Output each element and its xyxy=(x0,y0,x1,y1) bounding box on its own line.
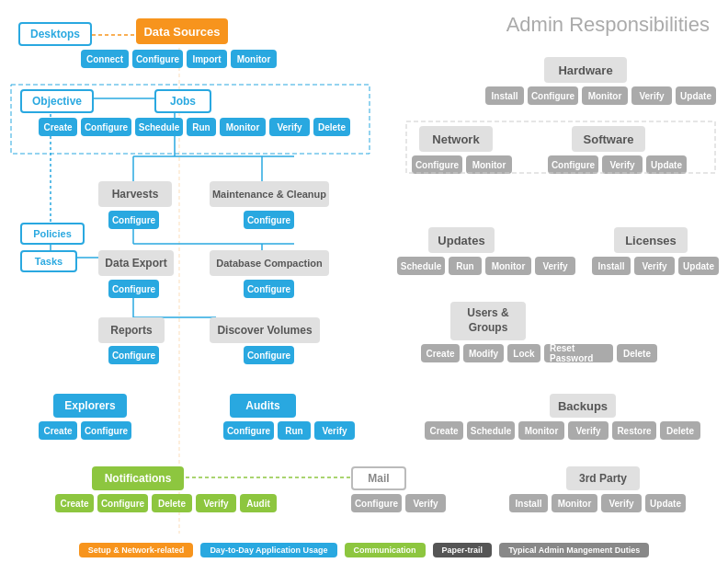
harvests-box: Harvests xyxy=(98,181,172,207)
btn-run-job[interactable]: Run xyxy=(187,118,216,136)
jobs-box: Jobs xyxy=(154,89,211,113)
tasks-box: Tasks xyxy=(20,250,77,272)
legend-gray: Typical Admin Mangement Duties xyxy=(499,543,649,557)
btn-monitor-hw[interactable]: Monitor xyxy=(582,86,628,105)
btn-monitor-upd[interactable]: Monitor xyxy=(485,257,531,275)
btn-restore-bk[interactable]: Restore xyxy=(612,421,656,440)
btn-monitor-job[interactable]: Monitor xyxy=(220,118,266,136)
btn-create-explorer[interactable]: Create xyxy=(39,421,77,440)
btn-configure-maintenance[interactable]: Configure xyxy=(244,211,294,229)
btn-configure-net[interactable]: Configure xyxy=(412,155,462,174)
btn-install-3p[interactable]: Install xyxy=(509,494,548,512)
btn-reset-pw-ug[interactable]: Reset Password xyxy=(544,344,613,362)
btn-import[interactable]: Import xyxy=(187,50,227,68)
legend-orange: Setup & Network-related xyxy=(79,543,194,557)
btn-configure-ds[interactable]: Configure xyxy=(132,50,183,68)
users-groups-box: Users & Groups xyxy=(450,302,526,340)
btn-install-lic[interactable]: Install xyxy=(592,257,631,275)
btn-run-audits[interactable]: Run xyxy=(278,421,311,440)
mail-box: Mail xyxy=(351,466,406,490)
btn-configure-discover[interactable]: Configure xyxy=(244,346,294,364)
btn-configure-db[interactable]: Configure xyxy=(244,280,294,298)
btn-configure-notif[interactable]: Configure xyxy=(97,494,148,512)
db-compaction-box: Database Compaction xyxy=(210,250,329,276)
btn-configure-harvest[interactable]: Configure xyxy=(108,211,159,229)
btn-configure-sw[interactable]: Configure xyxy=(548,155,598,174)
btn-connect[interactable]: Connect xyxy=(81,50,129,68)
backups-box: Backups xyxy=(550,394,616,418)
btn-configure-job[interactable]: Configure xyxy=(81,118,131,136)
discover-volumes-box: Discover Volumes xyxy=(210,317,320,343)
policies-box: Policies xyxy=(20,223,85,245)
reports-box: Reports xyxy=(98,317,165,343)
explorers-box: Explorers xyxy=(53,394,127,418)
btn-configure-hw[interactable]: Configure xyxy=(528,86,578,105)
btn-verify-hw[interactable]: Verify xyxy=(631,86,672,105)
audits-box: Audits xyxy=(230,394,296,418)
btn-verify-job[interactable]: Verify xyxy=(269,118,310,136)
notifications-box: Notifications xyxy=(92,466,184,490)
btn-delete-job[interactable]: Delete xyxy=(313,118,350,136)
btn-run-upd[interactable]: Run xyxy=(449,257,482,275)
btn-monitor-3p[interactable]: Monitor xyxy=(552,494,597,512)
btn-create-notif[interactable]: Create xyxy=(55,494,94,512)
objective-box: Objective xyxy=(20,89,94,113)
btn-verify-audits[interactable]: Verify xyxy=(314,421,355,440)
btn-monitor-net[interactable]: Monitor xyxy=(466,155,512,174)
btn-configure-audits[interactable]: Configure xyxy=(223,421,274,440)
btn-configure-export[interactable]: Configure xyxy=(108,280,159,298)
btn-verify-upd[interactable]: Verify xyxy=(535,257,575,275)
licenses-box: Licenses xyxy=(614,227,688,253)
btn-delete-ug[interactable]: Delete xyxy=(617,344,657,362)
btn-monitor-ds[interactable]: Monitor xyxy=(231,50,277,68)
btn-schedule-job[interactable]: Schedule xyxy=(135,118,183,136)
btn-schedule-upd[interactable]: Schedule xyxy=(397,257,445,275)
btn-verify-3p[interactable]: Verify xyxy=(601,494,642,512)
btn-verify-bk[interactable]: Verify xyxy=(568,421,609,440)
btn-delete-bk[interactable]: Delete xyxy=(660,421,700,440)
btn-lock-ug[interactable]: Lock xyxy=(507,344,540,362)
btn-monitor-bk[interactable]: Monitor xyxy=(518,421,564,440)
btn-verify-mail[interactable]: Verify xyxy=(405,494,446,512)
btn-verify-lic[interactable]: Verify xyxy=(634,257,675,275)
btn-configure-explorer[interactable]: Configure xyxy=(81,421,131,440)
maintenance-box: Maintenance & Cleanup xyxy=(210,181,329,207)
software-box: Software xyxy=(572,126,645,152)
data-sources-box: Data Sources xyxy=(136,18,228,44)
btn-install-hw[interactable]: Install xyxy=(485,86,524,105)
data-export-box: Data Export xyxy=(98,250,174,276)
hardware-box: Hardware xyxy=(544,57,627,83)
legend-blue: Day-to-Day Application Usage xyxy=(200,543,336,557)
btn-configure-reports[interactable]: Configure xyxy=(108,346,159,364)
btn-update-sw[interactable]: Update xyxy=(646,155,687,174)
btn-create-bk[interactable]: Create xyxy=(425,421,463,440)
btn-schedule-bk[interactable]: Schedule xyxy=(467,421,515,440)
btn-configure-mail[interactable]: Configure xyxy=(351,494,402,512)
btn-update-hw[interactable]: Update xyxy=(676,86,716,105)
legend-dark: Paper-trail xyxy=(433,543,493,557)
btn-update-lic[interactable]: Update xyxy=(678,257,719,275)
desktops-box: Desktops xyxy=(18,22,92,46)
btn-create-job[interactable]: Create xyxy=(39,118,77,136)
third-party-box: 3rd Party xyxy=(566,466,640,490)
btn-verify-notif[interactable]: Verify xyxy=(196,494,236,512)
btn-verify-sw[interactable]: Verify xyxy=(602,155,643,174)
network-box: Network xyxy=(419,126,493,152)
btn-modify-ug[interactable]: Modify xyxy=(463,344,504,362)
btn-create-ug[interactable]: Create xyxy=(421,344,460,362)
btn-update-3p[interactable]: Update xyxy=(645,494,686,512)
legend-green: Communication xyxy=(345,543,426,557)
page-title: Admin Responsibilities xyxy=(506,13,710,37)
updates-box: Updates xyxy=(428,227,495,253)
btn-audit-notif[interactable]: Audit xyxy=(240,494,277,512)
btn-delete-notif[interactable]: Delete xyxy=(152,494,192,512)
legend: Setup & Network-related Day-to-Day Appli… xyxy=(0,543,728,557)
